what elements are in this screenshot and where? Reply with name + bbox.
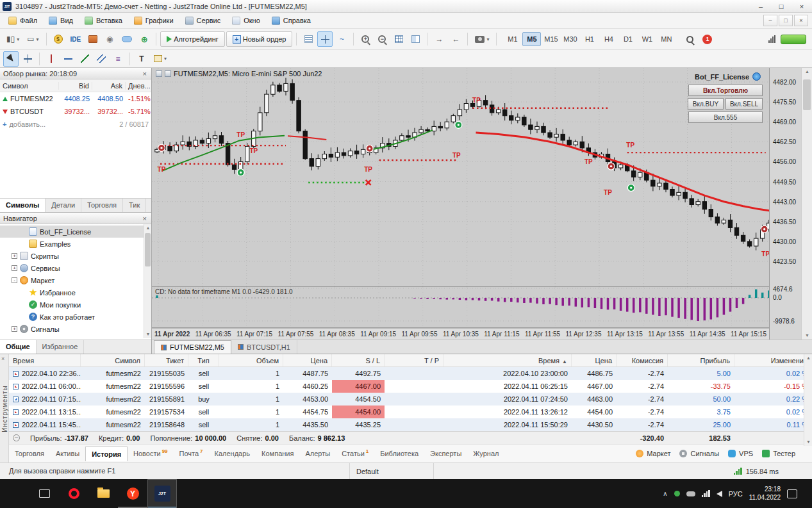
profile-selector[interactable]: Default <box>349 463 434 479</box>
close-icon[interactable]: × <box>142 70 148 78</box>
scroll-down-icon[interactable]: ▼ <box>802 332 812 340</box>
action-center-icon[interactable] <box>787 489 797 498</box>
timeframe-w1-button[interactable]: W1 <box>638 32 656 46</box>
menu-item-view[interactable]: Вид <box>43 15 79 27</box>
chart-tab-BTCUSDT,H1[interactable]: BTCUSDT,H1 <box>231 340 297 354</box>
scrollbar-thumb[interactable] <box>803 79 811 110</box>
chart-shift-button[interactable]: ← <box>448 31 463 47</box>
history-column-header[interactable]: Время▲ <box>443 354 572 366</box>
nav-item-market[interactable]: -Маркет <box>0 274 151 286</box>
timeframe-m30-button[interactable]: M30 <box>561 32 579 46</box>
nav-item-folder[interactable]: Examples <box>0 238 151 250</box>
taskbar-yandex-button[interactable]: Y <box>118 479 147 508</box>
nav-item-how[interactable]: Как это работает <box>0 311 151 323</box>
profiles-button[interactable]: ▭▾ <box>24 31 42 47</box>
maximize-button[interactable]: □ <box>771 0 791 12</box>
toolbox-tab-Новости[interactable]: Новости99 <box>128 447 174 461</box>
nav-item-star[interactable]: Избранное <box>0 286 151 299</box>
crosshair-tool-button[interactable] <box>20 51 35 67</box>
history-column-header[interactable]: Символ <box>81 354 145 366</box>
vertical-line-tool-button[interactable] <box>44 51 59 67</box>
nav-item-purchases[interactable]: Мои покупки <box>0 299 151 311</box>
mdi-close-button[interactable]: × <box>794 15 808 26</box>
timeframe-h4-button[interactable]: H4 <box>599 32 618 46</box>
timeframe-h1-button[interactable]: H1 <box>580 32 599 46</box>
history-column-header[interactable]: Тикет <box>145 354 188 366</box>
antivirus-tray-icon[interactable] <box>674 491 680 496</box>
enable-buy-button[interactable]: Вкл.BUY <box>688 98 724 110</box>
nav-item-services[interactable]: +Сервисы <box>0 262 151 274</box>
history-column-header[interactable]: Комиссия <box>617 354 668 366</box>
notification-badge[interactable]: 1 <box>702 35 712 44</box>
taskbar-opera-button[interactable] <box>59 479 88 508</box>
nav-item-doc[interactable]: Bot_FF_License <box>0 225 151 238</box>
metaeditor-button[interactable]: IDE <box>67 31 85 47</box>
equidistant-tool-button[interactable]: ≡ <box>110 51 126 67</box>
timeframe-m5-button[interactable]: M5 <box>522 32 541 46</box>
history-column-header[interactable]: Цена <box>283 354 332 366</box>
history-column-header[interactable]: T / P <box>385 354 443 366</box>
language-indicator[interactable]: РУС <box>729 490 743 498</box>
toolbox-tab-Календарь[interactable]: Календарь <box>209 447 256 461</box>
history-row[interactable]: 2022.04.11 07:15...futmesm22219155891buy… <box>9 393 812 406</box>
close-icon[interactable]: × <box>142 215 148 222</box>
navigator-header[interactable]: Навигатор × <box>0 213 151 224</box>
search-button[interactable] <box>682 31 697 47</box>
nav-item-scripts[interactable]: +Скрипты <box>0 250 151 262</box>
tree-expander-icon[interactable]: - <box>12 277 17 283</box>
new-order-button[interactable]: +Новый ордер <box>226 31 293 47</box>
mw-tab-Символы[interactable]: Символы <box>0 199 46 212</box>
toolbox-tab-История[interactable]: История <box>85 447 128 461</box>
network-icon[interactable] <box>702 490 710 497</box>
menu-item-charts[interactable]: Графики <box>128 15 179 27</box>
bottom-link-tester[interactable]: Тестер <box>762 450 795 457</box>
algo-trading-button[interactable]: Алготрейдинг <box>160 31 224 47</box>
title-bar[interactable]: J2T 3104897 - Just2Trade-MT5: Демо-счет … <box>0 0 812 13</box>
tree-expander-icon[interactable]: + <box>12 326 17 332</box>
connection-status[interactable]: 156.84 ms <box>734 463 779 479</box>
timeframe-m15-button[interactable]: M15 <box>542 32 560 46</box>
history-row[interactable]: 2022.04.10 22:36...futmesm22219155035sel… <box>9 367 812 380</box>
tile-windows-button[interactable] <box>408 31 423 47</box>
history-column-header[interactable]: Цена <box>572 354 617 366</box>
market-watch-toggle-button[interactable] <box>317 31 333 47</box>
toolbox-tab-Активы[interactable]: Активы <box>50 447 85 461</box>
history-column-header[interactable]: Время <box>9 354 81 366</box>
mdi-minimize-button[interactable]: – <box>763 15 777 26</box>
menu-item-service[interactable]: Сервис <box>179 15 227 27</box>
chart-type-button[interactable]: ▮▯▾ <box>3 31 22 47</box>
shapes-tool-button[interactable]: ▾ <box>151 51 170 67</box>
add-symbol-row[interactable]: + добавить... 2 / 60817 <box>0 118 151 131</box>
community-button[interactable]: ⊕ <box>137 31 152 47</box>
close-button[interactable]: × <box>791 0 812 12</box>
bottom-link-vps[interactable]: VPS <box>728 450 753 457</box>
toolbox-tab-Библиотека[interactable]: Библиотека <box>374 447 424 461</box>
history-row[interactable]: 2022.04.11 06:00...futmesm22219155596sel… <box>9 380 812 393</box>
navigator-tab-Избранное[interactable]: Избранное <box>37 340 85 354</box>
scroll-up-icon[interactable]: ▲ <box>144 224 151 232</box>
toolbox-tab-Журнал[interactable]: Журнал <box>467 447 504 461</box>
mdi-restore-button[interactable]: □ <box>779 15 793 26</box>
cloud-button[interactable] <box>119 31 135 47</box>
bottom-link-market[interactable]: Маркет <box>636 450 670 457</box>
mw-column-header[interactable]: Днев... <box>126 82 151 90</box>
signals-button[interactable]: ◉ <box>102 31 117 47</box>
horizontal-line-tool-button[interactable] <box>60 51 76 67</box>
toolbox-tab-Компания[interactable]: Компания <box>256 447 299 461</box>
time-axis[interactable]: 11 Apr 202211 Apr 06:3511 Apr 07:1511 Ap… <box>152 328 769 340</box>
scroll-down-icon[interactable]: ▼ <box>804 438 812 446</box>
enable-trading-button[interactable]: Вкл.Торговлю <box>688 85 763 96</box>
symbols-button[interactable]: $ <box>51 31 66 47</box>
toolbox-tab-Торговля[interactable]: Торговля <box>9 447 50 461</box>
taskbar-j2t-button[interactable]: J2T <box>147 479 177 508</box>
bottom-link-signals[interactable]: Сигналы <box>679 450 719 457</box>
menu-item-insert[interactable]: Вставка <box>79 15 128 27</box>
mw-column-header[interactable]: Bid <box>59 82 92 90</box>
history-column-header[interactable]: Объем <box>219 354 283 366</box>
toolbox-tab-Статьи[interactable]: Статьи1 <box>336 447 374 461</box>
zoom-in-button[interactable]: + <box>358 31 373 47</box>
cursor-tool-button[interactable] <box>3 51 19 67</box>
menu-item-window[interactable]: Окно <box>226 15 266 27</box>
mw-tab-Тик[interactable]: Тик <box>123 199 146 212</box>
minimize-button[interactable]: – <box>750 0 771 12</box>
